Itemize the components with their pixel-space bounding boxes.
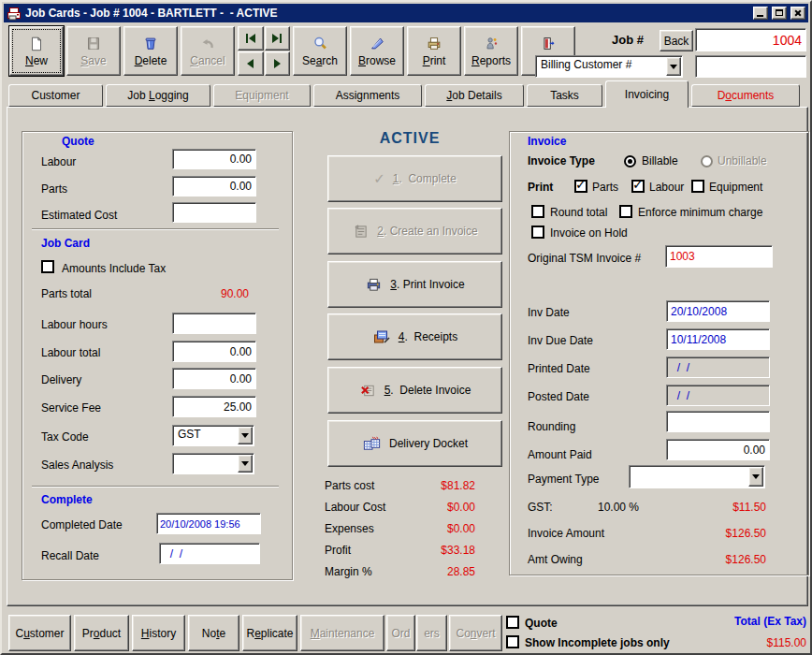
- chevron-down-icon: [241, 433, 249, 438]
- check-icon: ✓: [373, 170, 385, 187]
- delivery-field[interactable]: [172, 368, 256, 389]
- invoice-amount-label: Invoice Amount: [528, 527, 604, 540]
- job-number-field[interactable]: [695, 28, 806, 51]
- replicate-button[interactable]: Replicate: [242, 615, 297, 651]
- lookup-mode-combo[interactable]: Billing Customer #: [535, 55, 683, 78]
- completed-date-label: Completed Date: [41, 518, 123, 531]
- quote-parts-field[interactable]: [172, 176, 256, 196]
- tab-assignments[interactable]: Assignments: [313, 84, 422, 107]
- tab-equipment: Equipment: [213, 84, 311, 107]
- labour-hours-field[interactable]: [172, 313, 256, 334]
- print-equipment-checkbox[interactable]: [691, 180, 704, 193]
- posted-date-label: Posted Date: [528, 390, 589, 403]
- print-button[interactable]: Print: [407, 26, 461, 76]
- quote-checkbox-label: Quote: [525, 617, 558, 630]
- invoice-panel: Invoice Invoice Type Billable Unbillable…: [509, 131, 809, 575]
- customer-button[interactable]: Customer: [8, 615, 71, 651]
- amount-paid-field[interactable]: [666, 439, 770, 460]
- printer-icon: [426, 36, 442, 51]
- sales-analysis-dropdown-button[interactable]: [238, 455, 253, 473]
- first-record-button[interactable]: [238, 26, 264, 51]
- quote-checkbox[interactable]: [506, 616, 519, 629]
- payment-type-combo[interactable]: [629, 465, 765, 488]
- step-print-invoice-button[interactable]: 3. Print Invoice: [327, 261, 502, 308]
- back-button-label: Back: [664, 35, 689, 48]
- rounding-field[interactable]: [666, 411, 770, 432]
- back-button[interactable]: Back: [660, 30, 693, 51]
- new-button[interactable]: New: [9, 26, 64, 76]
- maximize-button[interactable]: [772, 7, 787, 20]
- tax-code-dropdown-button[interactable]: [238, 427, 253, 444]
- cancel-button: Cancel: [181, 26, 235, 76]
- payment-type-dropdown-button[interactable]: [748, 467, 763, 487]
- tab-documents[interactable]: Documents: [691, 84, 800, 107]
- completed-date-field[interactable]: [156, 513, 261, 534]
- unbillable-radio: [701, 155, 713, 167]
- quote-labour-field[interactable]: [172, 149, 256, 169]
- browse-button-label: Browse: [358, 54, 396, 67]
- enforce-minimum-checkbox[interactable]: [619, 205, 632, 218]
- estimated-cost-field[interactable]: [172, 202, 256, 223]
- tab-bar: Customer Job Logging Equipment Assignmen…: [8, 80, 800, 108]
- save-floppy-icon: [85, 36, 102, 51]
- sales-analysis-combo[interactable]: [172, 453, 254, 474]
- receipts-icon: [372, 328, 391, 345]
- step-complete-label: 1. Complete: [393, 172, 457, 185]
- original-tsm-invoice-label: Original TSM Invoice #: [528, 252, 641, 265]
- tab-tasks[interactable]: Tasks: [527, 84, 602, 107]
- lookup-value-field[interactable]: [695, 55, 806, 78]
- save-button: Save: [66, 26, 121, 76]
- sales-analysis-label: Sales Analysis: [41, 458, 113, 472]
- complete-header: Complete: [41, 493, 93, 506]
- tab-job-logging[interactable]: Job Logging: [106, 84, 210, 107]
- inv-due-date-field[interactable]: [666, 328, 770, 350]
- invoice-type-label: Invoice Type: [528, 154, 595, 167]
- recall-date-field[interactable]: [159, 543, 260, 564]
- amounts-include-tax-checkbox[interactable]: [41, 260, 54, 273]
- step-delete-invoice-button[interactable]: 5. Delete Invoice: [327, 367, 502, 414]
- separator: [32, 486, 279, 487]
- gst-label: GST:: [528, 501, 553, 514]
- billable-radio[interactable]: [624, 155, 636, 167]
- show-incomplete-checkbox[interactable]: [506, 635, 519, 648]
- delete-button[interactable]: Delete: [123, 26, 178, 76]
- tab-invoicing[interactable]: Invoicing: [605, 80, 689, 108]
- history-button[interactable]: History: [132, 615, 185, 651]
- minimize-icon: [757, 15, 763, 17]
- note-button[interactable]: Note: [188, 615, 239, 651]
- search-magnifier-icon: [312, 36, 328, 51]
- search-button[interactable]: Search: [293, 26, 347, 76]
- quote-header: Quote: [62, 135, 94, 148]
- lookup-mode-dropdown-button[interactable]: [666, 57, 681, 76]
- minimize-button[interactable]: [753, 7, 768, 20]
- service-fee-field[interactable]: [172, 396, 256, 417]
- next-record-button[interactable]: [265, 51, 291, 76]
- tax-code-combo[interactable]: GST: [172, 425, 254, 446]
- rounding-label: Rounding: [528, 420, 575, 433]
- gst-value: $11.50: [669, 501, 766, 514]
- tab-customer[interactable]: Customer: [8, 84, 103, 107]
- print-labour-checkbox[interactable]: ✓: [631, 180, 645, 193]
- product-button[interactable]: Product: [74, 615, 129, 651]
- delivery-docket-button[interactable]: Delivery Docket: [327, 420, 502, 467]
- labour-total-field[interactable]: [172, 341, 256, 362]
- last-record-button[interactable]: [265, 26, 291, 51]
- inv-date-field[interactable]: [666, 300, 770, 322]
- invoice-on-hold-checkbox[interactable]: [531, 226, 544, 239]
- previous-record-icon: [247, 59, 254, 68]
- reports-button[interactable]: Reports: [464, 26, 518, 76]
- expenses-value: $0.00: [377, 522, 475, 535]
- browse-button[interactable]: Browse: [350, 26, 404, 76]
- parts-cost-label: Parts cost: [325, 479, 374, 492]
- profit-value: $33.18: [377, 544, 475, 557]
- round-total-checkbox[interactable]: [531, 205, 544, 218]
- new-page-icon: [28, 36, 45, 51]
- tab-job-details[interactable]: Job Details: [425, 84, 524, 107]
- original-tsm-invoice-field[interactable]: [665, 245, 773, 268]
- printed-date-label: Printed Date: [528, 362, 590, 375]
- previous-record-button[interactable]: [238, 51, 264, 76]
- close-button[interactable]: [790, 7, 805, 20]
- step-receipts-button[interactable]: 4. Receipts: [327, 313, 502, 360]
- print-parts-checkbox[interactable]: ✓: [574, 180, 587, 193]
- step-complete-button: ✓ 1. Complete: [327, 155, 502, 202]
